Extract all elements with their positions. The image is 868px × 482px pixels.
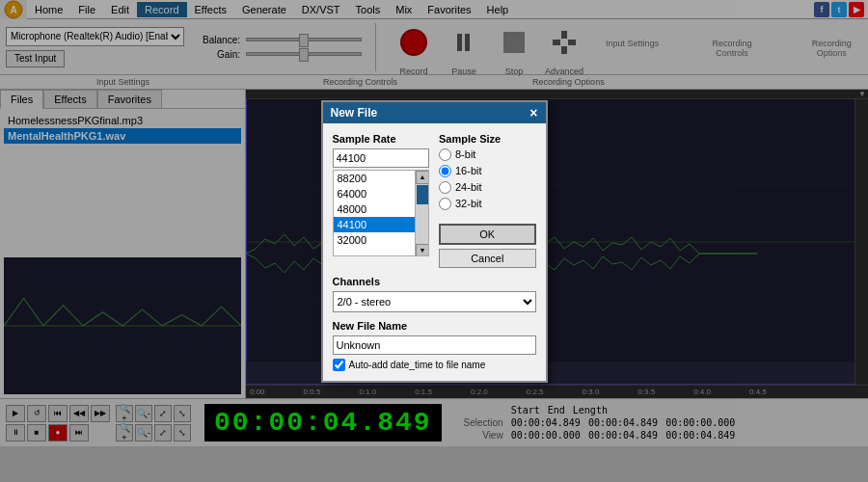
sample-rate-item-1[interactable]: 64000 <box>334 186 416 201</box>
modal-body: Sample Rate 88200 64000 48000 44100 3200… <box>323 123 546 381</box>
modal-title-text: New File <box>331 106 378 120</box>
sample-size-radio-group: 8-bit 16-bit 24-bit 32-bit <box>439 148 536 210</box>
modal-buttons: OK Cancel <box>439 224 536 268</box>
radio-24bit-label: 24-bit <box>455 181 482 193</box>
new-file-modal: New File × Sample Rate 88200 64000 48000 <box>321 100 548 383</box>
scroll-down-button[interactable]: ▼ <box>416 244 429 256</box>
radio-32bit-label: 32-bit <box>455 198 482 209</box>
channels-label: Channels <box>333 276 536 287</box>
auto-add-row: Auto-add date_time to file name <box>333 359 536 371</box>
modal-overlay: New File × Sample Rate 88200 64000 48000 <box>0 0 868 482</box>
sample-rate-item-4[interactable]: 32000 <box>334 232 416 248</box>
cancel-button[interactable]: Cancel <box>439 249 536 268</box>
auto-add-label: Auto-add date_time to file name <box>349 360 486 370</box>
sample-rate-input[interactable] <box>333 148 430 168</box>
channels-row: Channels 1/0 - mono2/0 - stereo5.1 surro… <box>333 276 536 312</box>
sample-rate-scrollbar[interactable]: ▲ ▼ <box>415 171 428 256</box>
radio-32bit-input[interactable] <box>439 198 451 210</box>
filename-input[interactable] <box>333 335 536 355</box>
sample-rate-col: Sample Rate 88200 64000 48000 44100 3200… <box>333 133 430 268</box>
modal-close-button[interactable]: × <box>529 106 537 120</box>
radio-16bit-label: 16-bit <box>455 165 482 176</box>
modal-top-row: Sample Rate 88200 64000 48000 44100 3200… <box>333 133 536 268</box>
scroll-thumb[interactable] <box>417 185 428 204</box>
filename-row: New File Name <box>333 320 536 355</box>
sample-rate-item-2[interactable]: 48000 <box>334 201 416 217</box>
auto-add-checkbox[interactable] <box>333 359 345 371</box>
sample-rate-listbox: 88200 64000 48000 44100 32000 ▲ ▼ <box>333 170 430 256</box>
radio-8bit-input[interactable] <box>439 148 451 161</box>
sample-rate-label: Sample Rate <box>333 133 430 145</box>
sample-rate-item-0[interactable]: 88200 <box>334 171 416 186</box>
sample-size-col: Sample Size 8-bit 16-bit 24-bit <box>439 133 536 268</box>
radio-8bit-label: 8-bit <box>455 148 475 160</box>
radio-32bit[interactable]: 32-bit <box>439 198 536 210</box>
radio-16bit-input[interactable] <box>439 165 451 177</box>
radio-24bit[interactable]: 24-bit <box>439 181 536 194</box>
scroll-up-button[interactable]: ▲ <box>416 171 429 184</box>
channels-select[interactable]: 1/0 - mono2/0 - stereo5.1 surround <box>333 291 536 312</box>
filename-label: New File Name <box>333 320 536 332</box>
sample-rate-list: 88200 64000 48000 44100 32000 <box>334 171 416 248</box>
sample-rate-item-3[interactable]: 44100 <box>334 217 416 232</box>
radio-24bit-input[interactable] <box>439 181 451 194</box>
radio-8bit[interactable]: 8-bit <box>439 148 536 161</box>
modal-title-bar: New File × <box>323 102 546 123</box>
ok-button[interactable]: OK <box>439 224 536 245</box>
sample-size-label: Sample Size <box>439 133 536 145</box>
radio-16bit[interactable]: 16-bit <box>439 165 536 177</box>
